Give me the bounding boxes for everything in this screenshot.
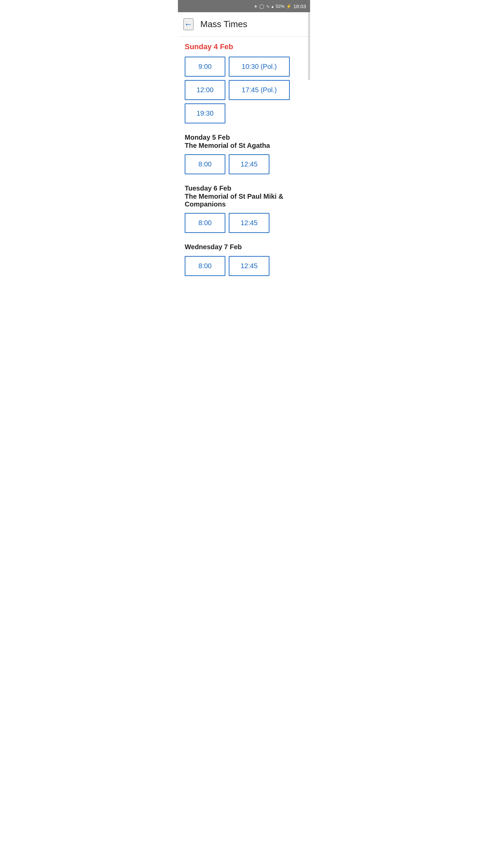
time-button-sunday-4-feb-3[interactable]: 17:45 (Pol.) <box>229 80 290 100</box>
status-icons: ∗ ◯ ∿ ▴ 52% ⚡ 18:03 <box>254 3 306 9</box>
time-button-monday-5-feb-1[interactable]: 12:45 <box>229 154 269 174</box>
time-button-sunday-4-feb-0[interactable]: 9:00 <box>185 57 225 77</box>
day-title-wednesday-7-feb: Wednesday 7 Feb <box>185 242 303 251</box>
time-button-tuesday-6-feb-1[interactable]: 12:45 <box>229 213 269 233</box>
wifi-icon: ∿ <box>266 4 270 9</box>
status-bar: ∗ ◯ ∿ ▴ 52% ⚡ 18:03 <box>178 0 310 12</box>
day-header-sunday-4-feb: Sunday 4 Feb <box>185 42 303 52</box>
battery-level: 52% <box>276 4 284 9</box>
time-button-sunday-4-feb-2[interactable]: 12:00 <box>185 80 225 100</box>
day-section-monday-5-feb: Monday 5 FebThe Memorial of St Agatha8:0… <box>185 133 303 174</box>
day-header-monday-5-feb: Monday 5 FebThe Memorial of St Agatha <box>185 133 303 150</box>
day-header-wednesday-7-feb: Wednesday 7 Feb <box>185 242 303 251</box>
day-title-monday-5-feb: Monday 5 Feb <box>185 133 303 142</box>
time-grid-wednesday-7-feb: 8:0012:45 <box>185 256 303 276</box>
scrollbar[interactable] <box>308 12 310 80</box>
battery-icon: ⚡ <box>286 4 291 9</box>
time-grid-sunday-4-feb: 9:0010:30 (Pol.)12:0017:45 (Pol.)19:30 <box>185 57 303 123</box>
time-button-sunday-4-feb-4[interactable]: 19:30 <box>185 103 225 123</box>
page-title: Mass Times <box>200 19 247 29</box>
time-button-wednesday-7-feb-1[interactable]: 12:45 <box>229 256 269 276</box>
bluetooth-icon: ∗ <box>254 4 258 9</box>
time-grid-monday-5-feb: 8:0012:45 <box>185 154 303 174</box>
time-button-wednesday-7-feb-0[interactable]: 8:00 <box>185 256 225 276</box>
time-button-monday-5-feb-0[interactable]: 8:00 <box>185 154 225 174</box>
day-section-sunday-4-feb: Sunday 4 Feb9:0010:30 (Pol.)12:0017:45 (… <box>185 42 303 123</box>
status-time: 18:03 <box>293 3 306 9</box>
back-button[interactable]: ← <box>183 18 194 30</box>
time-grid-tuesday-6-feb: 8:0012:45 <box>185 213 303 233</box>
day-header-tuesday-6-feb: Tuesday 6 FebThe Memorial of St Paul Mik… <box>185 184 303 208</box>
day-section-tuesday-6-feb: Tuesday 6 FebThe Memorial of St Paul Mik… <box>185 184 303 233</box>
main-content: Sunday 4 Feb9:0010:30 (Pol.)12:0017:45 (… <box>178 37 310 291</box>
time-button-tuesday-6-feb-0[interactable]: 8:00 <box>185 213 225 233</box>
day-title-sunday-4-feb: Sunday 4 Feb <box>185 42 303 52</box>
day-subtitle-tuesday-6-feb: The Memorial of St Paul Miki & Companion… <box>185 193 303 208</box>
day-title-tuesday-6-feb: Tuesday 6 Feb <box>185 184 303 193</box>
day-section-wednesday-7-feb: Wednesday 7 Feb8:0012:45 <box>185 242 303 276</box>
app-bar: ← Mass Times <box>178 12 310 37</box>
signal-icon: ▴ <box>271 4 274 9</box>
day-subtitle-monday-5-feb: The Memorial of St Agatha <box>185 142 303 150</box>
alarm-icon: ◯ <box>259 4 264 9</box>
time-button-sunday-4-feb-1[interactable]: 10:30 (Pol.) <box>229 57 290 77</box>
